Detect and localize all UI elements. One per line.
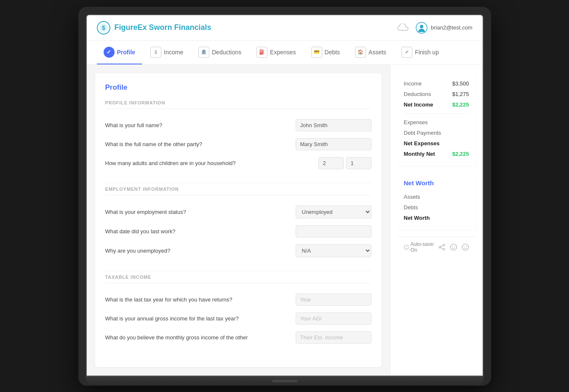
info-icon: i	[404, 244, 409, 250]
expenses-icon: ⛽	[256, 47, 267, 58]
annual-gross-income-input[interactable]	[296, 312, 371, 325]
net-worth-title: Net Worth	[404, 179, 469, 187]
tab-assets-label: Assets	[369, 49, 386, 56]
other-party-row: What is the full name of the other party…	[105, 135, 371, 154]
summary-income-label: Income	[404, 80, 422, 87]
assets-icon: 🏠	[355, 47, 366, 58]
tab-deductions-label: Deductions	[212, 49, 241, 56]
children-input[interactable]	[346, 157, 371, 169]
svg-line-10	[441, 245, 443, 247]
household-inputs	[318, 157, 371, 169]
summary-expenses-row: Expenses	[404, 117, 469, 128]
tab-finish-up[interactable]: ✔ Finish up	[395, 41, 446, 64]
full-name-label: What is your full name?	[105, 122, 289, 128]
svg-text:i: i	[406, 245, 407, 248]
finish-icon: ✔	[401, 47, 412, 58]
net-worth-debts-label: Debts	[404, 204, 418, 211]
svg-point-17	[466, 246, 467, 247]
other-party-label: What is the full name of the other party…	[105, 141, 289, 147]
net-worth-total-row: Net Worth	[404, 213, 469, 223]
summary-monthly-net-label: Monthly Net	[404, 151, 435, 157]
other-party-income-input[interactable]	[296, 331, 371, 344]
tab-deductions[interactable]: 🏦 Deductions	[192, 41, 248, 64]
tab-expenses[interactable]: ⛽ Expenses	[250, 41, 302, 64]
divider-summary-1	[404, 113, 469, 114]
smile-icon[interactable]	[450, 243, 457, 251]
user-email: brian2@test.com	[431, 24, 472, 31]
tab-profile-label: Profile	[117, 49, 136, 56]
profile-information-section: PROFILE INFORMATION What is your full na…	[105, 100, 371, 173]
laptop-screen: $ FigureEx Sworn Financials bria	[86, 14, 484, 376]
tab-expenses-label: Expenses	[270, 49, 296, 56]
tab-profile[interactable]: ✓ Profile	[97, 41, 142, 64]
cloud-icon	[397, 24, 409, 32]
summary-monthly-net-value: $2,225	[452, 151, 469, 157]
annual-gross-income-row: What is your annual gross income for the…	[105, 309, 371, 328]
svg-point-15	[462, 244, 468, 250]
summary-card: Income $3,500 Deductions $1,275 Net Inco…	[397, 72, 476, 166]
user-info: brian2@test.com	[416, 22, 472, 34]
feedback-icons	[438, 243, 469, 251]
summary-deductions-value: $1,275	[452, 91, 469, 97]
summary-net-income-value: $2,225	[452, 101, 469, 108]
adults-input[interactable]	[318, 157, 344, 169]
profile-check-icon: ✓	[104, 47, 115, 58]
profile-section-header: PROFILE INFORMATION	[105, 100, 371, 109]
net-worth-assets-label: Assets	[404, 194, 420, 200]
svg-text:$: $	[102, 24, 105, 31]
summary-expenses-label: Expenses	[404, 119, 428, 125]
net-worth-total-label: Net Worth	[404, 215, 430, 221]
unemployed-reason-select[interactable]: N/A Laid off Quit Disability	[296, 244, 371, 257]
net-worth-debts-row: Debts	[404, 202, 469, 213]
full-name-row: What is your full name?	[105, 116, 371, 135]
summary-debt-payments-row: Debt Payments	[404, 128, 469, 138]
net-worth-card: Net Worth Assets Debts Net Worth	[397, 173, 476, 230]
svg-point-4	[420, 25, 423, 28]
page-title: Profile	[105, 83, 371, 92]
other-party-income-row: What do you believe the monthly gross in…	[105, 328, 371, 347]
content-area: Profile PROFILE INFORMATION What is your…	[87, 65, 390, 376]
tab-assets[interactable]: 🏠 Assets	[348, 41, 393, 64]
unemployed-reason-row: Why are you unemployed? N/A Laid off Qui…	[105, 241, 371, 261]
employment-status-row: What is your employment status? Unemploy…	[105, 202, 371, 222]
divider-1	[105, 183, 371, 183]
autosave-label: Auto-save: On	[410, 241, 438, 253]
svg-line-11	[441, 248, 443, 249]
app-container: $ FigureEx Sworn Financials bria	[87, 15, 483, 376]
household-label: How many adults and children are in your…	[105, 160, 291, 166]
other-party-input[interactable]	[296, 138, 371, 150]
autosave-bar: i Auto-save: On	[397, 237, 476, 257]
last-tax-year-label: What is the last tax year for which you …	[105, 296, 289, 303]
tab-debts[interactable]: 💳 Debts	[305, 41, 347, 64]
svg-point-13	[452, 246, 453, 247]
last-tax-year-row: What is the last tax year for which you …	[105, 290, 371, 309]
unemployed-reason-label: Why are you unemployed?	[105, 248, 289, 254]
frown-icon[interactable]	[462, 243, 469, 251]
app-name: FigureEx Sworn Financials	[115, 23, 211, 32]
employment-section-header: EMPLOYMENT INFORMATION	[105, 187, 371, 195]
last-work-date-input[interactable]	[296, 225, 371, 237]
last-tax-year-input[interactable]	[296, 293, 371, 306]
share-icon[interactable]	[438, 243, 446, 251]
svg-point-8	[439, 246, 441, 248]
taxable-income-section: TAXABLE INCOME What is the last tax year…	[105, 275, 371, 347]
summary-net-income-label: Net Income	[404, 101, 433, 108]
full-name-input[interactable]	[296, 119, 371, 131]
sidebar: Income $3,500 Deductions $1,275 Net Inco…	[390, 65, 483, 376]
summary-net-expenses-row: Net Expenses	[404, 138, 469, 149]
tab-income[interactable]: $ Income	[144, 41, 190, 64]
tab-finish-up-label: Finish up	[415, 49, 439, 56]
tab-debts-label: Debts	[325, 49, 340, 56]
household-row: How many adults and children are in your…	[105, 154, 371, 173]
svg-point-9	[443, 248, 445, 250]
summary-debt-payments-label: Debt Payments	[404, 130, 441, 136]
laptop-base	[86, 376, 484, 386]
summary-net-income-row: Net Income $2,225	[404, 99, 469, 110]
employment-status-select[interactable]: Unemployed Employed Self-employed Retire…	[296, 205, 371, 219]
summary-net-expenses-label: Net Expenses	[404, 140, 440, 147]
laptop-frame: $ FigureEx Sworn Financials bria	[78, 7, 491, 386]
annual-gross-income-label: What is your annual gross income for the…	[105, 315, 289, 322]
summary-income-value: $3,500	[452, 80, 469, 87]
summary-monthly-net-row: Monthly Net $2,225	[404, 149, 469, 159]
summary-income-row: Income $3,500	[404, 78, 469, 89]
